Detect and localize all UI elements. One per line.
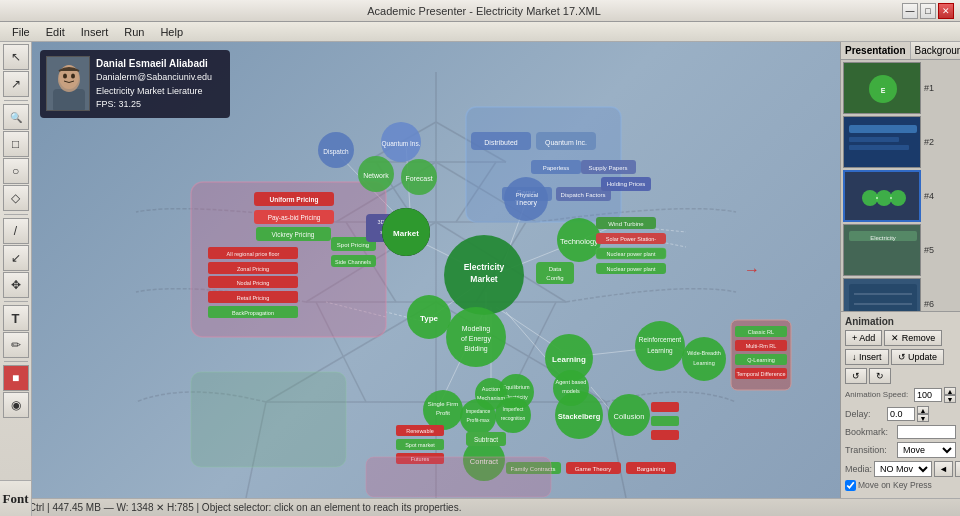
animation-label: Animation	[845, 316, 956, 327]
remove-button[interactable]: ✕ Remove	[884, 330, 942, 346]
slide-image-4[interactable]	[843, 170, 921, 222]
separator-3	[4, 301, 28, 302]
slide-preview-5: Electricity	[844, 225, 921, 276]
slide-image-1[interactable]: E	[843, 62, 921, 114]
connector-tool[interactable]: ↙	[3, 245, 29, 271]
arrow-tool[interactable]: ↖	[3, 44, 29, 70]
main-layout: ↖ ↗ 🔍 □ ○ ◇ / ↙ ✥ T ✏ ■ ◉ Font	[0, 42, 960, 498]
color-tool[interactable]: ■	[3, 365, 29, 391]
slides-panel[interactable]: E #1 #2	[841, 60, 960, 311]
bookmark-input[interactable]	[897, 425, 956, 439]
speed-down[interactable]: ▼	[944, 395, 956, 403]
profile-avatar	[46, 56, 90, 111]
delay-label: Delay:	[845, 409, 885, 419]
svg-rect-187	[849, 125, 917, 133]
pan-tool[interactable]: ✥	[3, 272, 29, 298]
select-tool[interactable]: ↗	[3, 71, 29, 97]
slide-thumb-5[interactable]: Electricity #5	[843, 224, 958, 276]
speed-row: Animation Speed: ▲ ▼	[845, 387, 956, 403]
separator-2	[4, 214, 28, 215]
separator-4	[4, 361, 28, 362]
svg-line-19	[316, 302, 366, 402]
speed-spinner[interactable]: ▲ ▼	[944, 387, 956, 403]
media-row: Media: NO Mov Play ◄ ►	[845, 461, 956, 477]
menu-edit[interactable]: Edit	[38, 24, 73, 40]
update-button[interactable]: ↺ Update	[891, 349, 945, 365]
separator-1	[4, 100, 28, 101]
menu-help[interactable]: Help	[152, 24, 191, 40]
font-button[interactable]: Font	[0, 480, 32, 516]
undo-button[interactable]: ↺	[845, 368, 867, 384]
delay-input[interactable]	[887, 407, 915, 421]
slide-num-5: #5	[924, 245, 934, 255]
transition-row: Transition: Move Fade	[845, 442, 956, 458]
slide-thumb-6[interactable]: #6	[843, 278, 958, 311]
close-button[interactable]: ✕	[938, 3, 954, 19]
slide-thumb-4[interactable]: #4	[843, 170, 958, 222]
svg-rect-186	[844, 117, 921, 168]
add-remove-row: + Add ✕ Remove	[845, 330, 956, 346]
svg-text:E: E	[881, 87, 886, 94]
keypress-checkbox[interactable]	[845, 480, 856, 491]
svg-point-26	[71, 74, 75, 79]
media-select[interactable]: NO Mov Play	[874, 461, 932, 477]
status-text: Shift Ctrl | 447.45 MB — W: 1348 ✕ H:785…	[6, 502, 461, 513]
svg-line-18	[476, 222, 526, 302]
menu-run[interactable]: Run	[116, 24, 152, 40]
slide-preview-6	[844, 279, 921, 311]
add-button[interactable]: + Add	[845, 330, 882, 346]
menu-file[interactable]: File	[4, 24, 38, 40]
ellipse-tool[interactable]: ○	[3, 158, 29, 184]
svg-point-192	[876, 190, 892, 206]
media-prev[interactable]: ◄	[934, 461, 953, 477]
slide-num-4: #4	[924, 191, 934, 201]
speed-up[interactable]: ▲	[944, 387, 956, 395]
slide-image-5[interactable]: Electricity	[843, 224, 921, 276]
delay-spinner[interactable]: ▲ ▼	[917, 406, 929, 422]
svg-rect-188	[849, 137, 899, 142]
minimize-button[interactable]: —	[902, 3, 918, 19]
slide-image-6[interactable]	[843, 278, 921, 311]
speed-input[interactable]	[914, 388, 942, 402]
transition-select[interactable]: Move Fade	[897, 442, 956, 458]
svg-line-13	[246, 402, 266, 498]
canvas-area[interactable]: Danial Esmaeil Aliabadi Danialerm@Sabanc…	[32, 42, 840, 498]
diamond-tool[interactable]: ◇	[3, 185, 29, 211]
line-tool[interactable]: /	[3, 218, 29, 244]
fps-display: FPS: 31.25	[96, 98, 212, 112]
bottom-controls: Animation + Add ✕ Remove ↓ Insert ↺ Upda…	[841, 311, 960, 498]
delay-up[interactable]: ▲	[917, 406, 929, 414]
svg-line-15	[376, 162, 416, 222]
slide-thumb-1[interactable]: E #1	[843, 62, 958, 114]
svg-rect-189	[849, 145, 909, 150]
svg-line-4	[336, 162, 436, 222]
menu-insert[interactable]: Insert	[73, 24, 117, 40]
tab-presentation[interactable]: Presentation	[841, 42, 911, 59]
svg-rect-200	[849, 284, 917, 311]
statusbar: Shift Ctrl | 447.45 MB — W: 1348 ✕ H:785…	[0, 498, 960, 516]
panel-tabs: Presentation Background S	[841, 42, 960, 60]
presentation-title: Electricity Market Lierature	[96, 85, 212, 99]
slide-preview-1: E	[844, 63, 921, 114]
undo-redo-row: ↺ ↻	[845, 368, 956, 384]
svg-line-14	[606, 402, 626, 498]
delay-down[interactable]: ▼	[917, 414, 929, 422]
svg-line-2	[436, 122, 506, 162]
slide-thumb-2[interactable]: #2	[843, 116, 958, 168]
bookmark-label: Bookmark:	[845, 427, 895, 437]
text-tool[interactable]: T	[3, 305, 29, 331]
redo-button[interactable]: ↻	[869, 368, 891, 384]
zoom-tool[interactable]: 🔍	[3, 104, 29, 130]
maximize-button[interactable]: □	[920, 3, 936, 19]
slide-image-2[interactable]	[843, 116, 921, 168]
tab-background[interactable]: Background	[911, 42, 960, 59]
pen-tool[interactable]: ✏	[3, 332, 29, 358]
eyedropper-tool[interactable]: ◉	[3, 392, 29, 418]
rectangle-tool[interactable]: □	[3, 131, 29, 157]
keypress-row: Move on Key Press	[845, 480, 956, 491]
slide-preview-2	[844, 117, 921, 168]
svg-line-20	[506, 302, 556, 402]
media-next[interactable]: ►	[955, 461, 960, 477]
slide-num-6: #6	[924, 299, 934, 309]
insert-button[interactable]: ↓ Insert	[845, 349, 889, 365]
